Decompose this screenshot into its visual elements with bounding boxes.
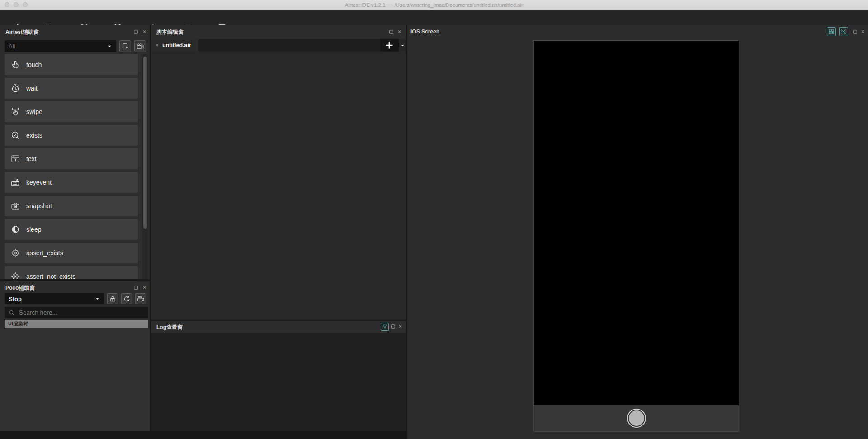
float-panel-button[interactable] [388,29,394,35]
search-icon [9,310,15,316]
action-label: assert_exists [26,249,63,257]
assert-exists-icon [10,248,20,258]
airtest-panel-header: Airtest辅助窗 × [0,25,150,39]
main-toolbar [0,10,868,25]
ui-tree-header[interactable]: UI渲染树 [5,320,148,328]
device-screen-panel: IOS Screen × [407,25,868,439]
airtest-panel-title: Airtest辅助窗 [5,29,39,36]
record-poco-button[interactable] [135,293,146,304]
close-panel-button[interactable]: × [396,29,402,35]
log-viewer-panel: Log查看窗 × [151,321,406,431]
device-screen[interactable] [534,41,739,406]
scrollbar-thumb[interactable] [143,57,147,229]
lock-ui-tree-button[interactable] [107,293,118,304]
action-label: sleep [26,226,41,233]
action-item-swipe[interactable]: swipe [5,101,138,122]
device-panel-header: IOS Screen × [407,25,868,39]
log-filter-button[interactable] [381,323,389,331]
action-filter-dropdown[interactable]: All [5,40,116,52]
tab-close-icon[interactable]: × [156,43,159,48]
touch-icon [10,60,20,70]
poco-controls: Stop [5,293,146,304]
device-tools-button[interactable] [839,27,848,36]
action-label: swipe [26,108,42,115]
action-label: text [26,155,37,162]
select-screen-region-button[interactable] [119,40,131,52]
float-icon [390,324,396,329]
action-label: keyevent [26,179,52,186]
new-tab-dropdown-button[interactable] [398,39,406,52]
script-editor-area[interactable] [151,52,406,320]
poco-panel-header: Poco辅助窗 × [0,281,150,295]
status-strip [0,431,406,439]
float-icon [133,29,139,35]
float-icon [388,29,394,35]
camera-icon [10,201,20,211]
action-item-sleep[interactable]: sleep [5,219,138,240]
action-item-snapshot[interactable]: snapshot [5,196,138,216]
action-list-scrollbar[interactable] [142,54,148,279]
float-panel-button[interactable] [852,29,858,35]
filter-funnel-icon [382,324,387,329]
float-panel-button[interactable] [390,324,396,329]
assert-not-exists-icon [10,272,20,279]
ui-tree-body [0,328,150,431]
sleep-moon-icon [10,224,20,234]
chevron-down-icon [95,296,100,301]
script-editor-panel: 脚本编辑窗 × × untitled.air [151,25,406,320]
action-item-assert-exists[interactable]: assert_exists [5,243,138,263]
close-panel-button[interactable]: × [142,29,147,35]
refresh-ui-tree-button[interactable] [121,293,132,304]
float-icon [852,29,858,35]
poco-helper-panel: Poco辅助窗 × Stop UI渲染树 [0,281,150,431]
close-panel-button[interactable]: × [860,29,866,35]
home-button[interactable] [628,410,645,427]
tab-untitled-air[interactable]: × untitled.air [151,39,198,52]
close-panel-button[interactable]: × [142,285,147,291]
titlebar: Airtest IDE v1.2.1 ~~ /Users/watering_im… [0,0,868,10]
log-panel-title: Log查看窗 [156,324,183,331]
action-item-text[interactable]: text [5,148,138,169]
airtest-action-list: touch wait swipe exists text keyevent [0,54,150,279]
action-item-keyevent[interactable]: keyevent [5,172,138,193]
float-panel-button[interactable] [133,29,139,35]
device-mirror[interactable] [533,40,739,432]
device-layout-button[interactable] [827,27,836,36]
log-panel-header: Log查看窗 × [151,321,406,333]
action-item-touch[interactable]: touch [5,54,138,75]
poco-mode-dropdown[interactable]: Stop [5,293,104,304]
tab-label: untitled.air [162,42,191,48]
chevron-down-icon [107,44,112,49]
action-item-assert-not-exists[interactable]: assert_not_exists [5,266,138,279]
poco-search-box[interactable] [5,307,148,318]
device-bottom-bar [534,405,739,431]
grid-layout-icon [828,29,835,35]
action-item-wait[interactable]: wait [5,78,138,99]
new-tab-button[interactable] [380,39,398,52]
action-label: touch [26,61,42,68]
window-title: Airtest IDE v1.2.1 ~~ /Users/watering_im… [0,0,868,10]
editor-tab-bar: × untitled.air [151,39,406,52]
new-tab-controls [380,39,406,52]
record-button[interactable] [134,40,146,52]
swipe-icon [10,107,20,117]
action-label: wait [26,85,38,92]
log-output-area[interactable] [151,333,406,431]
float-panel-button[interactable] [133,285,139,291]
plus-icon [385,41,393,49]
poco-mode-value: Stop [9,296,95,302]
chevron-down-icon [400,43,405,48]
editor-panel-title: 脚本编辑窗 [156,29,184,36]
poco-search-input[interactable] [19,309,144,316]
action-label: assert_not_exists [26,273,75,279]
action-label: exists [26,132,42,139]
exists-icon [10,130,20,140]
text-input-icon [10,154,20,164]
tools-icon [840,29,847,35]
select-region-icon [122,43,129,50]
close-panel-button[interactable]: × [397,324,403,329]
action-item-exists[interactable]: exists [5,125,138,146]
wait-icon [10,83,20,93]
poco-panel-title: Poco辅助窗 [5,284,35,292]
video-camera-icon [137,43,144,50]
